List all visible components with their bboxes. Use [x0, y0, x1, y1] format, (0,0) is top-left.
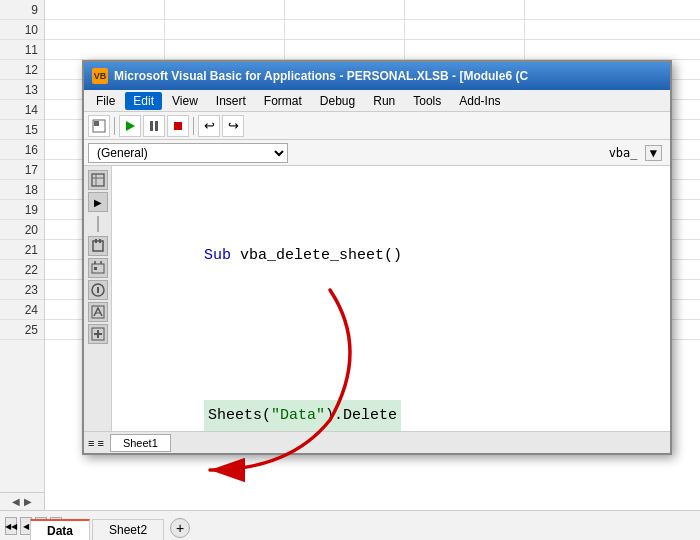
scroll-left[interactable]: ◀: [12, 496, 20, 507]
sheet-tab-sheet2[interactable]: Sheet2: [92, 519, 164, 541]
toolbar-sep-2: [193, 117, 194, 135]
vba-left-bar: ▶: [84, 166, 112, 451]
proc-dropdown-arrow[interactable]: ▼: [645, 145, 662, 161]
sheet-tab-data[interactable]: Data: [30, 519, 90, 541]
vba-titlebar: VB Microsoft Visual Basic for Applicatio…: [84, 62, 670, 90]
left-bar-icon-1[interactable]: [88, 170, 108, 190]
toolbar-pause[interactable]: [143, 115, 165, 137]
svg-rect-6: [92, 174, 104, 186]
vba-title: Microsoft Visual Basic for Applications …: [114, 69, 528, 83]
svg-rect-15: [94, 267, 97, 270]
menu-view[interactable]: View: [164, 92, 206, 110]
proc-dropdown: vba_ ▼: [609, 146, 666, 160]
toolbar-redo[interactable]: ↪: [222, 115, 244, 137]
menu-file[interactable]: File: [88, 92, 123, 110]
menu-edit[interactable]: Edit: [125, 92, 162, 110]
row-numbers: 9 10 11 12 13 14 15 16 17 18 19 20 21 22…: [0, 0, 45, 540]
toolbar-sep-1: [114, 117, 115, 135]
vba-menubar: File Edit View Insert Format Debug Run T…: [84, 90, 670, 112]
svg-rect-1: [94, 121, 99, 126]
code-line-1: [132, 176, 650, 208]
bottom-sheet-tab[interactable]: Sheet1: [110, 434, 171, 452]
nav-first[interactable]: ◀◀: [5, 517, 17, 535]
menu-format[interactable]: Format: [256, 92, 310, 110]
vba-toolbar: ↩ ↪: [84, 112, 670, 140]
vba-code-area[interactable]: Sub vba_delete_sheet() Sheets("Data").De…: [112, 166, 670, 451]
svg-rect-5: [174, 122, 182, 130]
menu-debug[interactable]: Debug: [312, 92, 363, 110]
svg-rect-3: [150, 121, 153, 131]
toolbar-run[interactable]: [119, 115, 141, 137]
menu-tools[interactable]: Tools: [405, 92, 449, 110]
menu-addins[interactable]: Add-Ins: [451, 92, 508, 110]
toolbar-stop[interactable]: [167, 115, 189, 137]
vba-editor: ▶ Sub vba_delete_sheet(): [84, 166, 670, 451]
menu-insert[interactable]: Insert: [208, 92, 254, 110]
svg-rect-9: [93, 241, 103, 251]
bottom-icons: ≡ ≡: [88, 437, 104, 449]
toolbar-undo[interactable]: ↩: [198, 115, 220, 137]
svg-rect-4: [155, 121, 158, 131]
left-bar-icon-5[interactable]: [88, 280, 108, 300]
left-bar-icon-3[interactable]: [88, 236, 108, 256]
svg-rect-12: [92, 264, 104, 273]
left-bar-icon-4[interactable]: [88, 258, 108, 278]
scroll-right[interactable]: ▶: [24, 496, 32, 507]
vba-icon: VB: [92, 68, 108, 84]
vba-dropdown-bar: (General) vba_ ▼: [84, 140, 670, 166]
vba-bottombar: ≡ ≡ Sheet1: [84, 431, 670, 453]
left-bar-icon-6[interactable]: [88, 302, 108, 322]
code-line-3: [132, 304, 650, 336]
scroll-arrows: ◀ ▶: [0, 492, 45, 510]
menu-run[interactable]: Run: [365, 92, 403, 110]
svg-marker-2: [126, 121, 135, 131]
toolbar-icon-1[interactable]: [88, 115, 110, 137]
code-line-2: Sub vba_delete_sheet(): [132, 208, 650, 304]
left-bar-icon-2[interactable]: ▶: [88, 192, 108, 212]
add-sheet-button[interactable]: +: [170, 518, 190, 538]
code-line-4: [132, 336, 650, 368]
left-bar-icon-7[interactable]: [88, 324, 108, 344]
sheet-tab-bar: ◀◀ ◀ ▶ ▶▶ Data Sheet2 +: [0, 510, 700, 540]
general-dropdown[interactable]: (General): [88, 143, 288, 163]
vba-window: VB Microsoft Visual Basic for Applicatio…: [82, 60, 672, 455]
